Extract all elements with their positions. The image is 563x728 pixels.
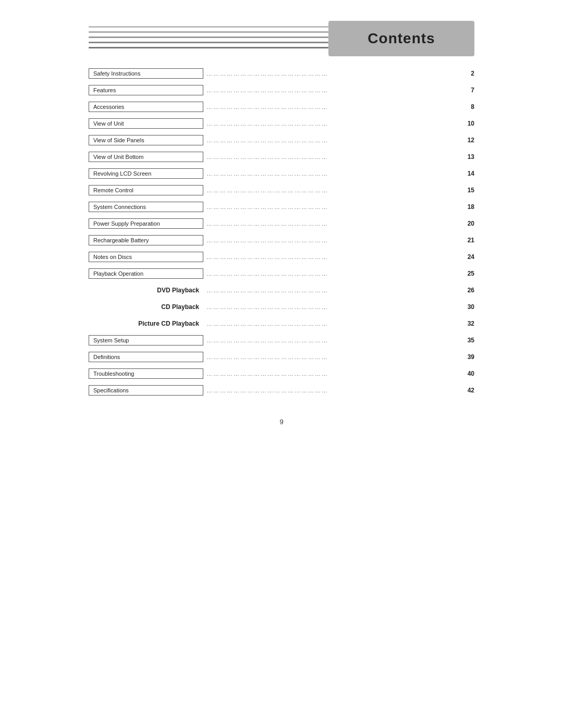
toc-dots: ……………………………………………… (203, 70, 460, 77)
toc-sub-label: Picture CD Playback (89, 320, 203, 327)
toc-label[interactable]: Specifications (89, 385, 203, 396)
toc-label[interactable]: Notes on Discs (89, 252, 203, 262)
toc-row-sub: Picture CD Playback………………………………………………32 (89, 317, 474, 330)
toc-row[interactable]: Power Supply Preparation…………………………………………… (89, 217, 474, 230)
toc-page-number: 35 (460, 337, 474, 344)
line-2 (89, 31, 328, 33)
toc-dots: ……………………………………………… (203, 337, 460, 343)
toc-page-number: 14 (460, 170, 474, 177)
toc-label[interactable]: Features (89, 85, 203, 95)
line-3 (89, 36, 328, 38)
toc-page-number: 20 (460, 220, 474, 227)
toc-sub-dots: ……………………………………………… (203, 304, 460, 310)
toc-row[interactable]: Specifications………………………………………………42 (89, 384, 474, 397)
toc-dots: ……………………………………………… (203, 104, 460, 110)
toc-label[interactable]: View of Side Panels (89, 135, 203, 145)
toc-row[interactable]: View of Unit………………………………………………10 (89, 117, 474, 130)
toc-page-number: 2 (460, 70, 474, 77)
toc-label[interactable]: Definitions (89, 352, 203, 362)
toc-dots: ……………………………………………… (203, 187, 460, 193)
header-wrapper: Contents (89, 21, 474, 56)
toc-row[interactable]: System Connections………………………………………………18 (89, 200, 474, 214)
toc-dots: ……………………………………………… (203, 237, 460, 243)
toc-label[interactable]: Troubleshooting (89, 368, 203, 379)
toc-dots: ……………………………………………… (203, 220, 460, 227)
toc-row[interactable]: Notes on Discs………………………………………………24 (89, 250, 474, 264)
toc-page-number: 13 (460, 153, 474, 161)
page: Contents Safety Instructions………………………………… (78, 0, 485, 457)
toc-row[interactable]: Definitions………………………………………………39 (89, 350, 474, 364)
toc-dots: ……………………………………………… (203, 170, 460, 177)
toc-dots: ……………………………………………… (203, 120, 460, 127)
toc-row[interactable]: Revolving LCD Screen………………………………………………14 (89, 167, 474, 180)
toc-label[interactable]: Power Supply Preparation (89, 218, 203, 229)
toc-sub-label: CD Playback (89, 303, 203, 311)
toc-page-number: 7 (460, 87, 474, 94)
toc-page-number: 10 (460, 120, 474, 127)
toc-label[interactable]: Rechargeable Battery (89, 235, 203, 245)
toc-page-number: 42 (460, 387, 474, 394)
toc-sub-page-number: 26 (460, 287, 474, 294)
toc-sub-label: DVD Playback (89, 287, 203, 294)
toc-row[interactable]: View of Side Panels………………………………………………12 (89, 133, 474, 147)
toc-row[interactable]: Playback Operation………………………………………………25 (89, 267, 474, 280)
toc-dots: ……………………………………………… (203, 204, 460, 210)
toc-page-number: 24 (460, 253, 474, 261)
toc-label[interactable]: System Setup (89, 335, 203, 346)
toc-sub-dots: ……………………………………………… (203, 320, 460, 327)
toc-row[interactable]: System Setup………………………………………………35 (89, 334, 474, 347)
page-title: Contents (368, 30, 435, 47)
toc-page-number: 25 (460, 270, 474, 277)
toc-sub-page-number: 30 (460, 303, 474, 311)
toc-sub-dots: ……………………………………………… (203, 287, 460, 293)
toc-row[interactable]: Accessories………………………………………………8 (89, 100, 474, 114)
toc-dots: ……………………………………………… (203, 387, 460, 393)
toc-label[interactable]: Safety Instructions (89, 68, 203, 79)
decorative-lines (89, 21, 328, 56)
toc-dots: ……………………………………………… (203, 137, 460, 143)
toc-label[interactable]: View of Unit (89, 118, 203, 129)
toc-dots: ……………………………………………… (203, 87, 460, 93)
toc-row[interactable]: View of Unit Bottom………………………………………………13 (89, 150, 474, 164)
toc-label[interactable]: Remote Control (89, 185, 203, 195)
toc-sub-page-number: 32 (460, 320, 474, 327)
toc-row-sub: CD Playback………………………………………………30 (89, 300, 474, 314)
toc-dots: ……………………………………………… (203, 154, 460, 160)
line-5 (89, 47, 328, 48)
toc-row[interactable]: Safety Instructions………………………………………………2 (89, 67, 474, 80)
toc-row[interactable]: Rechargeable Battery………………………………………………21 (89, 233, 474, 247)
line-1 (89, 26, 328, 28)
toc-section: Safety Instructions………………………………………………2Fe… (89, 67, 474, 397)
line-4 (89, 42, 328, 43)
toc-label[interactable]: System Connections (89, 202, 203, 212)
toc-label[interactable]: View of Unit Bottom (89, 152, 203, 162)
page-number: 9 (89, 418, 474, 426)
toc-page-number: 15 (460, 187, 474, 194)
toc-page-number: 40 (460, 370, 474, 377)
toc-label[interactable]: Revolving LCD Screen (89, 168, 203, 179)
toc-row[interactable]: Troubleshooting………………………………………………40 (89, 367, 474, 380)
toc-row[interactable]: Remote Control………………………………………………15 (89, 183, 474, 197)
toc-page-number: 12 (460, 137, 474, 144)
toc-row-sub: DVD Playback………………………………………………26 (89, 283, 474, 297)
toc-dots: ……………………………………………… (203, 254, 460, 260)
toc-dots: ……………………………………………… (203, 354, 460, 360)
toc-page-number: 8 (460, 103, 474, 110)
toc-page-number: 18 (460, 203, 474, 211)
toc-row[interactable]: Features………………………………………………7 (89, 83, 474, 97)
toc-dots: ……………………………………………… (203, 371, 460, 377)
toc-label[interactable]: Accessories (89, 102, 203, 112)
toc-page-number: 21 (460, 237, 474, 244)
toc-dots: ……………………………………………… (203, 270, 460, 277)
toc-page-number: 39 (460, 353, 474, 361)
title-box: Contents (328, 21, 474, 56)
toc-label[interactable]: Playback Operation (89, 268, 203, 279)
